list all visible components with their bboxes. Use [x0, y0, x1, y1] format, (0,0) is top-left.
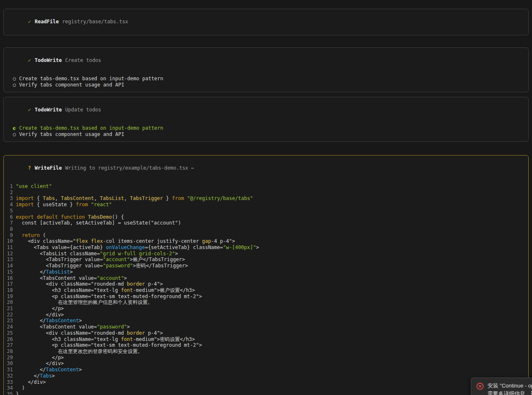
todo-status-icon: ○: [13, 82, 19, 88]
code-token: <p className="text-sm text-muted-foregro…: [16, 342, 202, 348]
code-line: 4import { useState } from "react": [7, 202, 523, 208]
code-token: function: [61, 214, 85, 220]
code-line: 14 <TabsTrigger value="password">密码</Tab…: [7, 263, 523, 269]
code-token: { useState }: [34, 202, 76, 207]
line-number: 1: [7, 183, 13, 190]
code-token: </: [16, 269, 46, 275]
code-token: -medium">账户设置</h3>: [133, 287, 195, 293]
code-line: 21 </p>: [7, 306, 523, 312]
code-line: 15 </TabsList>: [7, 269, 523, 275]
line-number: 13: [7, 257, 13, 263]
code-token: flex: [91, 238, 103, 244]
code-token: >: [256, 244, 259, 250]
todo-item: ○Verify tabs component usage and API: [13, 82, 523, 88]
code-token: onValueChange: [106, 244, 145, 250]
line-number: 25: [7, 330, 13, 336]
tool-call-readfile: ✓ReadFileregistry/base/tabs.tsx: [3, 9, 529, 35]
code-token: flex: [76, 238, 88, 244]
todo-status-icon: ○: [13, 131, 19, 138]
code-token: >密码</TabsTrigger>: [133, 263, 188, 269]
code-token: p-4">: [145, 330, 163, 336]
code-token: [34, 214, 37, 220]
code-line: 13 <TabsTrigger value="account">账户</Tabs…: [7, 257, 523, 263]
code-token: return: [22, 232, 39, 238]
code-token: gap: [202, 238, 211, 244]
todo-status-icon: ○: [13, 76, 19, 82]
todo-list: ○Create tabs-demo.tsx based on input-dem…: [7, 76, 523, 88]
code-token: <TabsTrigger value=: [16, 263, 103, 269]
code-token: <div className=": [16, 238, 76, 244]
code-token: TabsContent: [46, 367, 79, 373]
code-token: ): [16, 385, 25, 391]
code-token: <h3 className="text-lg: [16, 336, 121, 342]
code-token: </div>: [16, 379, 46, 385]
code-line: 22 </div>: [7, 312, 523, 318]
code-token: border: [127, 330, 145, 336]
line-number: 4: [7, 202, 13, 208]
code-token: {: [34, 195, 43, 201]
line-number: 17: [7, 281, 13, 287]
code-line: 8: [7, 226, 523, 232]
code-line: 35}: [7, 391, 523, 395]
line-number: 5: [7, 208, 13, 214]
code-token: >: [52, 373, 55, 379]
code-line: 27 <p className="text-sm text-muted-fore…: [7, 342, 523, 348]
tool-name: TodoWrite: [35, 107, 62, 113]
code-line: 30 </div>: [7, 360, 523, 367]
code-preview: 1"use client"2 3import { Tabs, TabsConte…: [7, 183, 523, 395]
code-token: </p>: [16, 306, 64, 311]
code-line: 32 </Tabs>: [7, 373, 523, 379]
line-number: 14: [7, 263, 13, 269]
code-token: -medium">密码设置</h3>: [133, 336, 195, 342]
code-line: 17 <div className="rounded-md border p-4…: [7, 281, 523, 287]
code-token: 在这里更改您的登录密码和安全设置。: [16, 348, 143, 354]
code-token: <TabsTrigger value=: [16, 257, 103, 262]
line-number: 12: [7, 251, 13, 257]
line-number: 34: [7, 385, 13, 391]
line-number: 21: [7, 306, 13, 312]
code-line: 3import { Tabs, TabsContent, TabsList, T…: [7, 195, 523, 202]
todo-status-icon: ◐: [13, 125, 19, 131]
code-line: 34 ): [7, 385, 523, 391]
line-number: 23: [7, 318, 13, 324]
line-number: 26: [7, 336, 13, 343]
code-token: TabsContent: [46, 318, 79, 323]
code-token: [88, 238, 91, 244]
code-token: <Tabs value={activeTab}: [16, 244, 106, 250]
code-token: -col items-center justify-center: [103, 238, 202, 244]
line-number: 2: [7, 190, 13, 196]
code-token: 在这里管理您的账户信息和个人资料设置。: [16, 299, 153, 305]
code-token: <div className="rounded-md: [16, 330, 127, 336]
code-line: 29 </p>: [7, 355, 523, 361]
todo-label: Verify tabs component usage and API: [19, 131, 124, 137]
notification-toast[interactable]: 安装 "Continue - op 需要多详细信息，请: [471, 378, 532, 395]
code-token: Tabs: [40, 373, 52, 379]
code-line: 19 <p className="text-sm text-muted-fore…: [7, 294, 523, 300]
code-token: const [activeTab, setActiveTab] = useSta…: [16, 220, 181, 226]
code-token: }: [16, 391, 19, 395]
code-token: <h3 className="text-lg: [16, 287, 121, 293]
code-line: 28 在这里更改您的登录密码和安全设置。: [7, 348, 523, 355]
code-token: </: [16, 367, 46, 373]
todo-list: ◐Create tabs-demo.tsx based on input-dem…: [7, 125, 523, 138]
code-line: 23 </TabsContent>: [7, 318, 523, 324]
code-line: 16 <TabsContent value="account">: [7, 275, 523, 281]
code-line: 10 <div className="flex flex-col items-c…: [7, 238, 523, 244]
code-line: 11 <Tabs value={activeTab} onValueChange…: [7, 244, 523, 251]
line-number: 16: [7, 275, 13, 281]
line-number: 35: [7, 391, 13, 395]
pending-question-icon: ?: [28, 165, 31, 171]
success-check-icon: ✓: [28, 57, 31, 63]
code-token: "react": [91, 202, 112, 207]
tool-name: ReadFile: [35, 19, 59, 25]
tool-call-header: ✓ReadFileregistry/base/tabs.tsx: [7, 12, 523, 32]
code-token: <div className="rounded-md: [16, 281, 127, 287]
code-token: [16, 232, 22, 238]
code-token: </div>: [16, 360, 64, 366]
code-token: from: [76, 202, 88, 207]
code-token: <TabsList className=: [16, 251, 100, 257]
line-number: 31: [7, 367, 13, 373]
code-token: <p className="text-sm text-muted-foregro…: [16, 294, 202, 299]
notification-line2: 需要多详细信息，请: [488, 390, 532, 395]
line-number: 9: [7, 232, 13, 239]
